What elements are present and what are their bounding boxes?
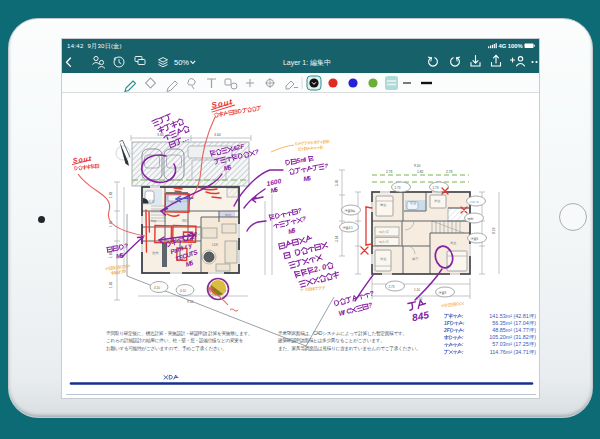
svg-text:5: 5 [273, 186, 278, 194]
svg-text:?: ? [123, 242, 128, 250]
svg-text::: : [463, 321, 465, 326]
svg-text:洋室: 洋室 [449, 241, 457, 245]
svg-text:?: ? [254, 148, 259, 156]
svg-text:廊下: 廊下 [412, 257, 419, 261]
svg-text:洋室4.5: 洋室4.5 [343, 226, 354, 230]
svg-text:これらの詳細設計の結果に伴い、柱・壁・窓・設備仕様などの変更: これらの詳細設計の結果に伴い、柱・壁・窓・設備仕様などの変更を [106, 337, 244, 344]
svg-text:洋室6帖: 洋室6帖 [345, 209, 356, 213]
svg-text::: : [462, 342, 464, 347]
svg-text:Sout: Sout [72, 155, 92, 164]
svg-text:?: ? [367, 301, 374, 309]
svg-text:お願いする可能性がございますので、予めご了承ください。: お願いする可能性がございますので、予めご了承ください。 [106, 346, 226, 352]
svg-text:5: 5 [291, 226, 296, 234]
svg-text:LDK: LDK [212, 243, 219, 247]
svg-text:57.03m² (17.25坪): 57.03m² (17.25坪) [492, 341, 536, 347]
svg-text:5.46: 5.46 [335, 179, 339, 186]
svg-text:建築確認申請面積とは多少異なることがございます。: 建築確認申請面積とは多少異なることがございます。 [277, 337, 385, 344]
svg-text:4G 100%: 4G 100% [499, 43, 523, 49]
svg-text:また、家具等調度品は見積りに含まれていませんのでご了承くださ: また、家具等調度品は見積りに含まれていませんのでご了承ください。 [278, 345, 421, 352]
svg-text:5: 5 [307, 174, 312, 182]
svg-text:3.64: 3.64 [157, 133, 164, 137]
svg-text:物入×2: 物入×2 [379, 230, 389, 234]
svg-text:5: 5 [422, 309, 430, 321]
svg-text:3.64: 3.64 [214, 133, 221, 137]
svg-text::: : [463, 328, 465, 333]
svg-text:l: l [303, 156, 306, 163]
svg-text:?: ? [323, 162, 328, 170]
svg-text:1.82: 1.82 [109, 251, 113, 258]
svg-text:?: ? [369, 289, 376, 297]
svg-text:114.76m² (34.71坪): 114.76m² (34.71坪) [490, 349, 537, 355]
svg-text::: : [462, 350, 464, 355]
svg-text:洗面: 洗面 [150, 219, 156, 223]
svg-text::: : [462, 335, 464, 340]
svg-text:4.10: 4.10 [154, 286, 160, 290]
svg-text:浴室: 浴室 [410, 201, 417, 205]
svg-text:1.82: 1.82 [109, 191, 113, 198]
svg-text:9.10: 9.10 [187, 300, 194, 304]
svg-text:48.85m² (14.77坪): 48.85m² (14.77坪) [492, 327, 536, 333]
svg-text:0: 0 [321, 262, 328, 272]
svg-text:9.10: 9.10 [414, 164, 421, 168]
svg-text:F: F [447, 321, 451, 326]
svg-text:※間取り確定後に、構造計算・実施設計・確認申請 計算を実施致: ※間取り確定後に、構造計算・実施設計・確認申請 計算を実施致します。 [106, 330, 252, 337]
svg-text:0: 0 [277, 177, 282, 185]
svg-text:C: C [345, 307, 352, 315]
svg-text:洋室: 洋室 [433, 199, 441, 203]
svg-text:※希望床面積は、CADシステムによって計算した暫定面積です。: ※希望床面積は、CADシステムによって計算した暫定面積です。 [278, 330, 407, 337]
svg-text:寝室: 寝室 [380, 203, 387, 207]
svg-text:洋室: 洋室 [379, 257, 387, 261]
svg-text:2.73: 2.73 [386, 170, 393, 174]
svg-text:2.73: 2.73 [389, 285, 395, 289]
svg-text:和室: 和室 [224, 213, 232, 217]
svg-text:WIC: WIC [182, 219, 189, 223]
svg-text:105.20m² (31.82坪): 105.20m² (31.82坪) [489, 334, 536, 340]
svg-text:玄関: 玄関 [152, 251, 158, 255]
svg-text:56.35m² (17.04坪): 56.35m² (17.04坪) [492, 320, 536, 326]
svg-text:4.10: 4.10 [180, 289, 186, 293]
svg-text:1.82: 1.82 [417, 170, 424, 174]
svg-text:141.53m² (42.81坪): 141.53m² (42.81坪) [489, 313, 536, 319]
svg-text:3.64: 3.64 [335, 235, 339, 242]
svg-text:8.19: 8.19 [492, 227, 496, 234]
svg-text:2.73: 2.73 [446, 170, 453, 174]
svg-text:階段: 階段 [468, 217, 474, 221]
svg-text:洋室6: 洋室6 [471, 237, 479, 241]
svg-text:物入×2: 物入×2 [379, 240, 389, 244]
svg-text::: : [462, 314, 464, 319]
svg-text:?: ? [128, 264, 131, 268]
svg-text:F: F [447, 328, 451, 333]
svg-text:?: ? [301, 215, 306, 223]
svg-text:洋室8: 洋室8 [439, 291, 447, 295]
svg-text:2.73: 2.73 [433, 186, 439, 190]
svg-text:バルコ: バルコ [469, 200, 479, 204]
svg-text:1.10: 1.10 [414, 288, 420, 292]
svg-text:2.73: 2.73 [395, 186, 401, 190]
svg-text:浴室: 浴室 [148, 199, 155, 203]
svg-text:1.82: 1.82 [109, 281, 113, 288]
svg-text:?: ? [297, 207, 302, 215]
